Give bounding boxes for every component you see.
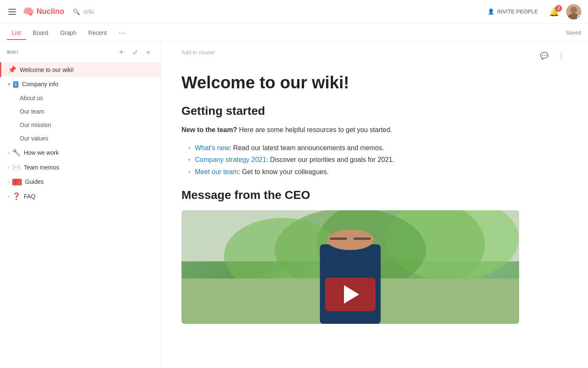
sidebar-item-about-us[interactable]: About us [0,91,161,105]
sidebar-item-label: Our team [20,108,154,115]
sidebar-actions: + ⤢ « [116,46,154,58]
intro-text: Here are some helpful resources to get y… [237,126,392,133]
expand-icon[interactable]: › [8,179,10,184]
top-nav: 🧠 Nuclino 🔍 Wiki 👤 INVITE PEOPLE 🔔 2 [0,0,588,24]
tab-board[interactable]: Board [28,26,53,40]
sidebar-item-team-memos[interactable]: › ✉️ Team memos [0,160,161,175]
sidebar-item-faq[interactable]: › ❓ FAQ [0,189,161,204]
tab-graph[interactable]: Graph [55,26,81,40]
ceo-section-title: Message from the CEO [181,188,519,202]
search-label: Wiki [83,8,94,15]
invite-icon: 👤 [488,8,494,15]
svg-point-1 [570,7,577,13]
sidebar-item-label: About us [20,95,154,101]
list-item: Meet our team: Get to know your colleagu… [188,166,519,178]
sidebar: WIKI + ⤢ « 📌 Welcome to our wiki! ▾ i Co… [0,42,161,368]
saved-indicator: Saved [566,29,581,36]
sidebar-item-label: Our mission [20,122,154,128]
hamburger-menu[interactable] [7,7,18,16]
invite-people-button[interactable]: 👤 INVITE PEOPLE [483,6,542,17]
more-options-button[interactable]: ⋮ [554,49,568,62]
whats-new-link[interactable]: What's new [195,144,229,151]
expand-icon[interactable]: › [8,194,10,199]
tab-list[interactable]: List [7,26,26,40]
mail-icon: ✉️ [12,163,21,171]
bullet-rest: : Get to know your colleagues. [238,168,328,175]
list-item: What's new: Read our latest team announc… [188,142,519,154]
play-button[interactable] [325,278,375,311]
page-title: Welcome to our wiki! [181,72,519,93]
list-item: Company strategy 2021: Discover our prio… [188,154,519,166]
sidebar-item-label: FAQ [24,193,147,200]
avatar[interactable] [566,4,581,19]
notifications-button[interactable]: 🔔 2 [549,7,559,17]
collapse-sidebar-button[interactable]: « [142,46,154,58]
resource-list: What's new: Read our latest team announc… [181,142,519,178]
logo-brain-icon: 🧠 [23,6,34,17]
book-icon: 📕 [12,178,22,185]
logo[interactable]: 🧠 Nuclino [23,6,64,17]
nav-right: 👤 INVITE PEOPLE 🔔 2 [483,4,581,19]
main-layout: WIKI + ⤢ « 📌 Welcome to our wiki! ▾ i Co… [0,42,588,368]
company-strategy-link[interactable]: Company strategy 2021 [195,156,266,163]
app-name: Nuclino [37,7,64,16]
video-container[interactable] [181,210,519,324]
invite-label: INVITE PEOPLE [497,8,538,15]
sidebar-title: WIKI [7,50,112,55]
expand-icon[interactable]: ▾ [8,82,10,87]
svg-point-10 [327,230,374,250]
sidebar-item-label: Guides [25,178,147,185]
main-content: Add to cluster 💬 ⋮ Welcome to our wiki! … [161,42,588,368]
play-triangle-icon [344,285,359,304]
svg-rect-12 [354,238,370,240]
intro-paragraph: New to the team? Here are some helpful r… [181,124,519,135]
bullet-rest: : Discover our priorities and goals for … [266,156,394,163]
comment-button[interactable]: 💬 [538,49,551,62]
add-to-cluster-link[interactable]: Add to cluster [181,49,215,56]
info-icon: i [13,80,18,88]
question-icon: ❓ [12,192,21,200]
notification-badge: 2 [555,5,562,12]
sidebar-item-guides[interactable]: › 📕 Guides [0,175,161,189]
content-top-actions: 💬 ⋮ [538,49,568,62]
pin-icon: 📌 [8,66,16,74]
add-item-button[interactable]: + [116,46,127,58]
sidebar-item-our-values[interactable]: Our values [0,132,161,145]
sidebar-item-company-info[interactable]: ▾ i Company info [0,77,161,91]
expand-icon[interactable]: › [8,150,10,155]
sidebar-header: WIKI + ⤢ « [0,42,161,62]
sidebar-item-our-mission[interactable]: Our mission [0,118,161,132]
getting-started-title: Getting started [181,104,519,118]
search-bar[interactable]: 🔍 Wiki [73,8,94,15]
sidebar-item-welcome[interactable]: 📌 Welcome to our wiki! [0,62,161,77]
meet-team-link[interactable]: Meet our team [195,168,238,175]
tab-more-button[interactable]: ⋯ [115,26,129,39]
wrench-icon: 🔧 [12,148,21,156]
sidebar-item-how-we-work[interactable]: › 🔧 How we work [0,145,161,160]
intro-bold: New to the team? [181,126,237,133]
tab-recent[interactable]: Recent [83,26,112,40]
expand-icon[interactable]: › [8,165,10,170]
sidebar-item-our-team[interactable]: Our team [0,105,161,118]
sidebar-item-label: Welcome to our wiki! [20,66,154,73]
search-icon: 🔍 [73,8,80,15]
online-indicator [577,15,581,19]
sidebar-item-label: Company info [22,81,147,87]
sidebar-item-label: Our values [20,135,154,142]
tab-bar: List Board Graph Recent ⋯ Saved [0,24,588,42]
content-body: Welcome to our wiki! Getting started New… [161,62,539,334]
sidebar-item-label: Team memos [24,164,147,171]
video-thumbnail [181,210,519,324]
sidebar-item-label: How we work [24,149,147,156]
bullet-rest: : Read our latest team announcements and… [229,144,384,151]
expand-sidebar-button[interactable]: ⤢ [129,46,141,58]
svg-rect-11 [330,238,347,240]
